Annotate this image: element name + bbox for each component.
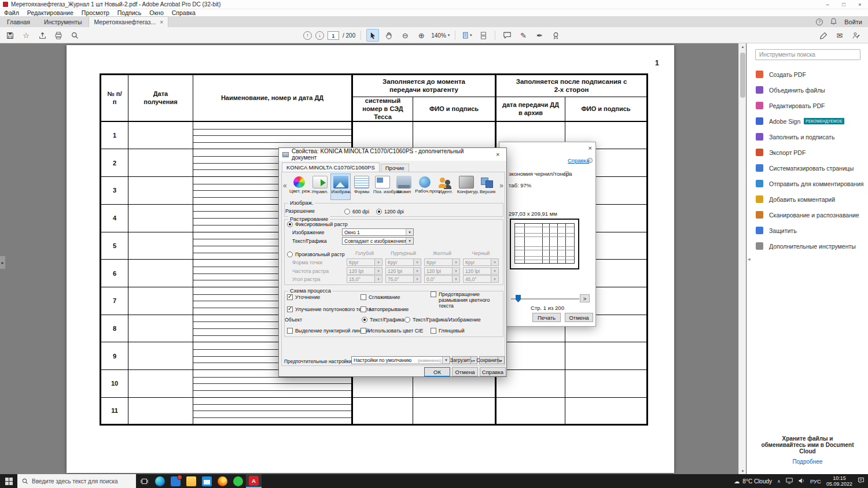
settings-category-9[interactable]: Конфигур. <box>457 173 477 200</box>
halftone-text-checkbox[interactable]: Улучшение полутонового текста <box>287 305 372 313</box>
print-dialog-close-icon[interactable]: × <box>589 145 592 151</box>
scroll-up-arrow[interactable]: ▲ <box>739 43 746 50</box>
select-tool-icon[interactable] <box>366 29 379 42</box>
task-view-button[interactable] <box>136 474 152 488</box>
taskbar-app-edge[interactable] <box>152 474 168 488</box>
scrolling-view-icon[interactable] <box>477 29 490 42</box>
taskbar-clock[interactable]: 10:1505.09.2022 <box>826 475 852 487</box>
minimize-button[interactable]: – <box>819 0 836 9</box>
zoom-out-icon[interactable]: ⊖ <box>399 29 411 42</box>
dotted-line-checkbox[interactable]: Выделение пунктирной линией <box>287 327 369 334</box>
tools-panel-item[interactable]: Дополнительные инструменты <box>747 238 868 254</box>
glossy-checkbox[interactable]: Глянцевый <box>431 327 465 334</box>
tray-expand-icon[interactable]: ∧ <box>777 479 781 484</box>
help-icon[interactable]: ? <box>816 19 823 25</box>
tools-panel-item[interactable]: Заполнить и подписать <box>747 129 868 145</box>
autotrap-checkbox[interactable]: Автопрерывание <box>361 305 409 313</box>
sign-pen-icon[interactable]: ✒ <box>533 29 546 42</box>
person-sign-icon[interactable] <box>849 29 862 42</box>
tools-search-input[interactable] <box>755 49 860 60</box>
tab-printer-name[interactable]: KONICA MINOLTA C1070/C1060PS <box>282 162 380 172</box>
info-icon[interactable]: i <box>564 171 569 176</box>
zoom-in-icon[interactable]: ⊕ <box>415 29 428 42</box>
hand-tool-icon[interactable] <box>382 29 395 42</box>
settings-category-10[interactable]: Версия <box>477 173 498 200</box>
strip-scroll-right-icon[interactable]: » <box>499 182 503 190</box>
dialog-close-icon[interactable]: × <box>489 148 506 161</box>
share-icon[interactable] <box>36 29 49 42</box>
resolution-1200-radio[interactable]: 1200 dpi <box>376 208 404 215</box>
settings-category-7[interactable]: Рабоч.проц. <box>414 173 435 200</box>
certificate-seal-icon[interactable] <box>549 29 562 42</box>
settings-category-1[interactable]: Цвет. реж. <box>289 173 309 200</box>
taskbar-app-store[interactable] <box>199 474 215 488</box>
prevent-bleed-checkbox[interactable]: Предотвращение размывания цветного текст… <box>431 291 505 309</box>
tools-panel-item[interactable]: Систематизировать страницы <box>747 160 868 176</box>
refine-checkbox[interactable]: Уточнение <box>287 293 320 301</box>
taskbar-app-mail[interactable] <box>168 474 183 488</box>
object-text-graphics-radio[interactable]: Текст/Графика <box>362 316 404 323</box>
taskbar-app-acrobat[interactable]: A <box>246 474 262 488</box>
object-text-graphics-image-radio[interactable]: Текст/Графика/Изображение <box>404 316 481 323</box>
ok-button[interactable]: ОК <box>424 367 450 376</box>
settings-category-4[interactable]: Формы <box>352 173 372 200</box>
previous-page-icon[interactable]: ↑ <box>303 31 312 40</box>
print-icon[interactable] <box>52 29 65 42</box>
search-icon[interactable] <box>68 29 81 42</box>
resolution-600-radio[interactable]: 600 dpi <box>344 208 369 215</box>
preview-slider-track[interactable] <box>511 298 579 300</box>
custom-raster-radio[interactable]: Произвольный растр <box>287 250 345 258</box>
smoothing-checkbox[interactable]: Сглаживание <box>361 293 400 301</box>
comment-bubble-icon[interactable] <box>501 29 513 42</box>
bell-icon[interactable] <box>830 18 837 26</box>
text-graphics-combo[interactable]: Совпадает с изображением <box>342 237 414 245</box>
tools-panel-item[interactable]: Сканирование и распознавание <box>747 207 868 223</box>
cie-color-checkbox[interactable]: Использовать цвет CIE <box>361 327 423 334</box>
edit-pen-icon[interactable] <box>817 29 830 42</box>
notification-center-icon[interactable] <box>858 476 865 486</box>
settings-category-6[interactable]: Штамп <box>393 173 414 200</box>
taskbar-search[interactable]: Введите здесь текст для поиска <box>17 474 136 488</box>
menu-edit[interactable]: Редактирование <box>23 9 78 16</box>
settings-category-3[interactable]: Изображ. <box>330 173 351 200</box>
favorites-star-icon[interactable]: ☆ <box>20 29 32 42</box>
help-button[interactable]: Справка <box>480 367 506 376</box>
maximize-button[interactable]: □ <box>836 0 852 9</box>
save-settings-button[interactable]: Сохранить <box>479 356 505 364</box>
highlighter-icon[interactable]: ✎ <box>517 29 529 42</box>
fixed-raster-radio[interactable]: Фиксированный растр <box>287 220 348 228</box>
settings-category-8[interactable]: Идент. <box>436 173 456 200</box>
load-button[interactable]: Загрузить <box>452 356 477 364</box>
menu-sign[interactable]: Подпись <box>113 9 146 16</box>
envelope-icon[interactable]: ✉ <box>833 29 846 42</box>
tab-home[interactable]: Главная <box>0 16 37 27</box>
zoom-level-dropdown[interactable]: 140% ▾ <box>431 32 450 39</box>
image-combo[interactable]: Окно 1 <box>342 228 414 236</box>
tools-panel-item[interactable]: Редактировать PDF <box>747 98 868 113</box>
save-icon[interactable] <box>3 29 16 42</box>
tools-panel-item[interactable]: Добавить комментарий <box>747 191 868 207</box>
scroll-down-arrow[interactable]: ▼ <box>739 468 746 474</box>
menu-window[interactable]: Окно <box>145 9 167 16</box>
tools-panel-item[interactable]: Создать PDF <box>747 66 868 82</box>
menu-file[interactable]: Файл <box>0 9 23 16</box>
taskbar-weather[interactable]: ☁8°C Cloudy <box>734 478 772 485</box>
tools-panel-item[interactable]: Отправить для комментирования <box>747 176 868 191</box>
page-number-input[interactable] <box>328 31 339 40</box>
dialog-titlebar[interactable]: Свойства: KONICA MINOLTA C1070/C1060PS -… <box>279 148 506 161</box>
network-icon[interactable] <box>786 476 793 486</box>
preview-slider-thumb[interactable] <box>516 295 521 302</box>
scrollbar-thumb[interactable] <box>740 53 745 98</box>
cancel-button[interactable]: Отмена <box>452 367 478 376</box>
prefs-combo[interactable]: Настройки по умолчанию(изменено) <box>351 356 450 364</box>
settings-category-5[interactable]: Поз. изображ. <box>373 173 393 200</box>
print-cancel-button[interactable]: Отмена <box>565 313 593 322</box>
start-button[interactable] <box>0 474 17 488</box>
print-button[interactable]: Печать <box>532 313 561 322</box>
menu-view[interactable]: Просмотр <box>78 9 113 16</box>
panel-collapse-arrow[interactable]: ◂ <box>748 256 751 262</box>
menu-help[interactable]: Справка <box>168 9 200 16</box>
volume-icon[interactable] <box>798 476 805 486</box>
info-icon[interactable]: i <box>587 158 593 163</box>
sign-in-button[interactable]: Войти <box>844 19 862 25</box>
